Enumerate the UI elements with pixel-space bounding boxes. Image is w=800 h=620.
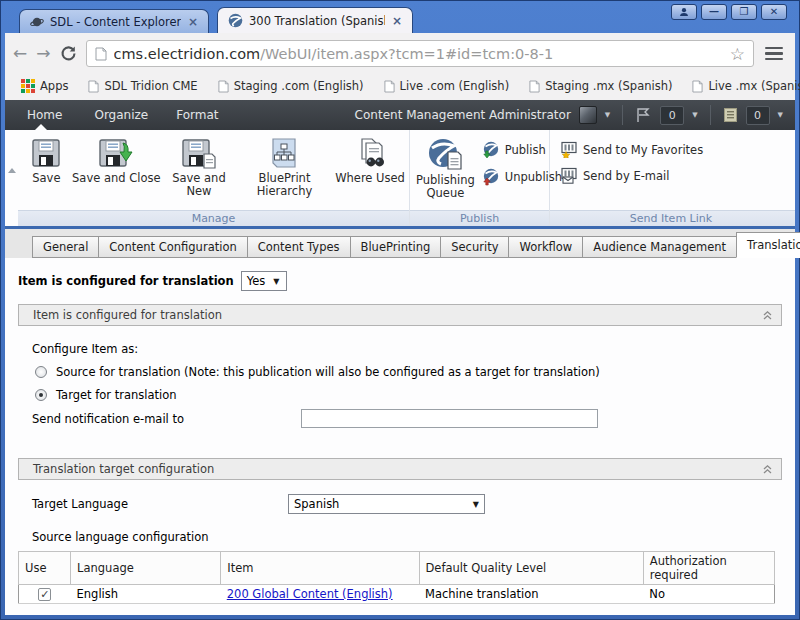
- divider: [710, 105, 711, 125]
- tab-content-configuration[interactable]: Content Configuration: [99, 236, 247, 258]
- close-button[interactable]: ✕: [761, 4, 787, 20]
- configured-for-translation-label: Item is configured for translation: [18, 274, 234, 288]
- send-to-favorites-button[interactable]: Send to My Favorites: [560, 141, 703, 158]
- where-used-icon: [354, 137, 386, 169]
- bookmark-label: Live .mx (Spanish): [708, 79, 800, 93]
- apps-label: Apps: [40, 79, 68, 93]
- col-default-quality-level: Default Quality Level: [419, 552, 643, 585]
- tasks-count-badge[interactable]: 0: [746, 106, 770, 125]
- flag-caret-icon[interactable]: ▼: [692, 111, 697, 119]
- user-avatar[interactable]: [579, 106, 597, 124]
- address-bar[interactable]: cms.electridion.com/WebUI/item.aspx?tcm=…: [86, 40, 755, 67]
- browser-tab-content-explorer[interactable]: SDL - Content Explorer ×: [19, 9, 209, 33]
- panel-item-configured[interactable]: Item is configured for translation: [18, 304, 782, 326]
- tab-translation[interactable]: Translation: [736, 232, 800, 258]
- save-and-new-button[interactable]: Save and New: [164, 135, 234, 198]
- tab-workflow[interactable]: Workflow: [509, 236, 583, 258]
- radio-row-source[interactable]: Source for translation (Note: this publi…: [18, 365, 782, 379]
- tab-security[interactable]: Security: [441, 236, 509, 258]
- panel-translation-target[interactable]: Translation target configuration: [18, 458, 782, 480]
- chevron-down-icon: ▼: [273, 277, 279, 286]
- translation-tab-content: Item is configured for translation Yes ▼…: [5, 258, 795, 615]
- col-language: Language: [71, 552, 221, 585]
- blueprint-hierarchy-icon: [268, 137, 300, 169]
- button-label: Save and Close: [72, 172, 161, 185]
- collapse-panel-icon[interactable]: [762, 464, 773, 475]
- group-label-send-item-link: Send Item Link: [550, 210, 792, 226]
- person-icon: [679, 7, 689, 17]
- publishing-queue-button[interactable]: Publishing Queue: [416, 135, 475, 200]
- button-label: Where Used: [335, 172, 405, 185]
- target-language-label: Target Language: [32, 497, 288, 511]
- tab-general[interactable]: General: [32, 236, 99, 258]
- profile-button[interactable]: [671, 4, 697, 20]
- tab-close-icon[interactable]: ×: [187, 15, 199, 29]
- radio-row-target[interactable]: Target for translation: [18, 388, 782, 402]
- publishing-queue-icon: [427, 137, 463, 171]
- use-checkbox[interactable]: ✓: [38, 588, 51, 601]
- clipboard-icon[interactable]: [723, 107, 738, 123]
- refresh-icon[interactable]: [60, 45, 77, 62]
- menu-home[interactable]: Home: [27, 100, 80, 130]
- user-caret-icon[interactable]: ▼: [605, 111, 610, 119]
- ribbon-rail[interactable]: [5, 130, 18, 210]
- target-language-select[interactable]: Spanish ▼: [288, 494, 485, 514]
- configure-item-as-label: Configure Item as:: [18, 342, 782, 356]
- tab-content-types[interactable]: Content Types: [248, 236, 351, 258]
- save-button[interactable]: Save: [24, 135, 69, 185]
- notification-email-input[interactable]: [301, 409, 598, 428]
- configured-for-translation-select[interactable]: Yes ▼: [241, 271, 287, 291]
- save-and-close-button[interactable]: Save and Close: [69, 135, 164, 185]
- url-host: cms.electridion.com: [114, 46, 261, 62]
- ribbon-group-manage: Save Save and Close: [18, 130, 410, 226]
- bookmark-staging-mx[interactable]: Staging .mx (Spanish): [521, 77, 680, 95]
- collapse-ribbon-icon[interactable]: [8, 168, 16, 173]
- tab-close-icon[interactable]: ×: [391, 14, 403, 28]
- target-radio-label: Target for translation: [56, 388, 177, 402]
- tab-blueprinting[interactable]: BluePrinting: [351, 236, 442, 258]
- col-authorization-required: Authorization required: [643, 552, 774, 585]
- titlebar[interactable]: SDL - Content Explorer × 300 Translation…: [5, 1, 795, 33]
- browser-chrome: ← → cms.electridion.com/WebUI/item.aspx?…: [5, 33, 795, 100]
- button-label: BluePrint Hierarchy: [234, 172, 335, 198]
- source-radio[interactable]: [35, 366, 47, 378]
- language-cell: English: [71, 585, 221, 604]
- bookmark-sdl-tridion-cme[interactable]: SDL Tridion CME: [80, 77, 205, 95]
- page-icon: [95, 47, 107, 61]
- apps-shortcut[interactable]: Apps: [13, 77, 76, 95]
- collapse-panel-icon[interactable]: [762, 310, 773, 321]
- menu-icon[interactable]: [763, 43, 785, 65]
- menu-label: Organize: [94, 108, 148, 122]
- forward-icon[interactable]: →: [36, 45, 50, 62]
- tab-audience-management[interactable]: Audience Management: [583, 236, 737, 258]
- target-radio[interactable]: [35, 389, 47, 401]
- minimize-button[interactable]: —: [701, 4, 727, 20]
- menu-organize[interactable]: Organize: [80, 100, 162, 130]
- col-use: Use: [19, 552, 71, 585]
- button-label: Send by E-mail: [583, 169, 669, 183]
- url-text[interactable]: cms.electridion.com/WebUI/item.aspx?tcm=…: [114, 46, 723, 62]
- flag-icon[interactable]: [635, 107, 652, 123]
- bookmark-live-mx[interactable]: Live .mx (Spanish): [684, 77, 800, 95]
- bookmark-live-com[interactable]: Live .com (English): [376, 77, 518, 95]
- send-by-email-button[interactable]: Send by E-mail: [560, 167, 703, 184]
- item-link[interactable]: 200 Global Content (English): [227, 587, 393, 601]
- tasks-caret-icon[interactable]: ▼: [778, 111, 783, 119]
- browser-tab-translation[interactable]: 300 Translation (Spanish) (tc ×: [217, 7, 413, 33]
- where-used-button[interactable]: Where Used: [335, 135, 405, 185]
- select-value: Spanish: [294, 497, 339, 511]
- auth-cell: No: [643, 585, 774, 604]
- blueprint-hierarchy-button[interactable]: BluePrint Hierarchy: [234, 135, 335, 198]
- select-value: Yes: [247, 274, 266, 288]
- flag-count-badge[interactable]: 0: [660, 106, 684, 125]
- quality-cell: Machine translation: [419, 585, 643, 604]
- apps-grid-icon: [21, 79, 35, 93]
- back-icon[interactable]: ←: [13, 45, 27, 62]
- menu-format[interactable]: Format: [162, 100, 232, 130]
- bookmark-label: Staging .com (English): [234, 79, 364, 93]
- bookmark-star-icon[interactable]: ☆: [730, 44, 745, 64]
- bookmark-staging-com[interactable]: Staging .com (English): [210, 77, 372, 95]
- divider: [622, 105, 623, 125]
- maximize-button[interactable]: ❐: [731, 4, 757, 20]
- bookmark-label: Live .com (English): [400, 79, 510, 93]
